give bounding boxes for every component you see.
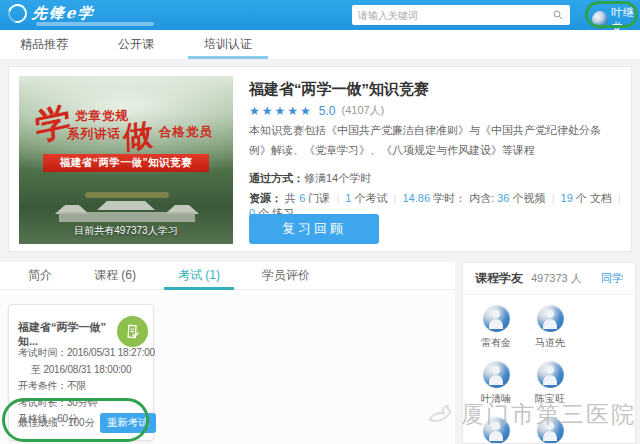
classmate-item[interactable]: 戴旭泉 <box>469 417 523 444</box>
classmate-name: 雷有金 <box>481 336 511 350</box>
classmate-name: 叶清喃 <box>481 392 511 406</box>
top-nav: 精品推荐 公开课 培训认证 <box>0 30 640 60</box>
detail-tabs: 简介 课程 (6) 考试 (1) 学员评价 <box>0 262 455 290</box>
exam-condition: 开考条件：不限 <box>18 378 155 395</box>
logo-tagline <box>36 22 154 26</box>
user-name: 叶继龙 <box>612 5 640 35</box>
res-doc-count: 19 <box>561 192 573 204</box>
banner-xue-calligraphy: 学 <box>34 96 73 153</box>
logo-text: 先锋e学 <box>31 4 96 23</box>
nav-tab-training-cert[interactable]: 培训认证 <box>196 30 260 59</box>
classmates-sidebar: 课程学友 497373 人 同学 雷有金 马道先 叶清喃 陈宝旺 戴旭泉 罗秀秀 <box>462 262 636 444</box>
classmates-header: 课程学友 497373 人 同学 <box>463 263 635 295</box>
course-summary-card: 学 党章党规 系列讲话 做 合格党员 福建省“两学一做”知识竞赛 目前共有497… <box>8 66 632 252</box>
classmates-title: 课程学友 <box>475 270 523 287</box>
person-avatar-icon <box>537 361 564 388</box>
res-text: 个考试 <box>354 192 387 204</box>
classmates-grid: 雷有金 马道先 叶清喃 陈宝旺 戴旭泉 罗秀秀 <box>463 295 635 444</box>
nav-tab-featured[interactable]: 精品推荐 <box>12 30 76 59</box>
pass-label: 通过方式： <box>249 172 304 184</box>
person-avatar-icon <box>483 305 510 332</box>
search-box[interactable] <box>352 5 570 25</box>
separator: | <box>618 192 621 204</box>
res-text: 个 文档 <box>576 192 612 204</box>
res-text: 内含: <box>469 192 494 204</box>
person-avatar-icon <box>537 417 564 444</box>
tab-courses[interactable]: 课程 (6) <box>94 262 136 289</box>
res-text: 学时： <box>433 192 466 204</box>
star-icons: ★★★★★ <box>249 104 313 118</box>
retake-exam-button[interactable]: 重新考试 <box>100 413 156 433</box>
classmate-name: 马道先 <box>535 336 565 350</box>
banner-building <box>59 212 195 222</box>
banner-zuo-calligraphy: 做 <box>122 114 153 159</box>
classmates-count: 497373 人 <box>531 271 582 286</box>
person-avatar-icon <box>537 305 564 332</box>
classmate-item[interactable]: 罗秀秀 <box>523 417 577 444</box>
exam-time-line1: 考试时间：2016/05/31 18:27:00 <box>18 345 155 362</box>
tab-intro[interactable]: 简介 <box>28 262 52 289</box>
pass-requirement-row: 通过方式：修满14个学时 <box>249 171 371 186</box>
user-menu[interactable]: 叶继龙 <box>592 5 640 35</box>
res-exam-count: 1 <box>345 192 351 204</box>
nav-tab-open-courses[interactable]: 公开课 <box>110 30 162 59</box>
banner-ribbon: 福建省“两学一做”知识竞赛 <box>43 154 209 172</box>
course-description: 本知识竞赛包括《中国共产党廉洁自律准则》与《中国共产党纪律处分条例》解读、《党章… <box>249 121 621 161</box>
banner-slogan-1: 党章党规 <box>75 108 129 125</box>
separator: | <box>336 192 339 204</box>
classmate-item[interactable]: 马道先 <box>523 305 577 361</box>
tab-exam[interactable]: 考试 (1) <box>178 262 220 289</box>
res-text: 门课 <box>308 192 330 204</box>
res-video-count: 36 <box>497 192 509 204</box>
classmate-name: 陈宝旺 <box>535 392 565 406</box>
separator: | <box>552 192 555 204</box>
exam-duration: 考试时长：30分钟 <box>18 395 155 412</box>
res-course-count: 6 <box>299 192 305 204</box>
person-avatar-icon <box>483 417 510 444</box>
resources-label: 资源： <box>249 192 282 204</box>
banner-gold-text <box>85 192 169 198</box>
tab-reviews[interactable]: 学员评价 <box>262 262 310 289</box>
course-banner-image: 学 党章党规 系列讲话 做 合格党员 福建省“两学一做”知识竞赛 目前共有497… <box>19 76 233 244</box>
separator: | <box>394 192 397 204</box>
pass-value: 修满14个学时 <box>304 172 371 184</box>
classmates-link[interactable]: 同学 <box>601 271 623 286</box>
rating-count: (4107人) <box>341 103 384 118</box>
banner-building <box>97 201 155 210</box>
res-hours: 14.86 <box>402 192 430 204</box>
banner-student-count: 目前共有497373人学习 <box>19 224 233 238</box>
res-text: 个视频 <box>513 192 546 204</box>
person-avatar-icon <box>483 361 510 388</box>
classmate-item[interactable]: 雷有金 <box>469 305 523 361</box>
rating-score: 5.0 <box>319 104 336 118</box>
exam-best-score-row: 最佳成绩：100分 重新考试 <box>18 413 156 433</box>
exam-doc-icon <box>117 316 148 347</box>
search-input[interactable] <box>358 10 552 21</box>
review-button[interactable]: 复习回顾 <box>249 214 379 244</box>
res-text: 共 <box>285 192 296 204</box>
user-avatar-icon <box>592 11 608 29</box>
course-title: 福建省“两学一做”知识竞赛 <box>249 80 429 99</box>
site-logo[interactable]: 先锋e学 <box>8 4 95 23</box>
search-icon[interactable] <box>552 9 564 21</box>
exam-time-line2: 至 2016/08/31 18:00:00 <box>18 362 155 379</box>
top-header: 先锋e学 叶继龙 <box>0 0 640 30</box>
banner-slogan-3: 合格党员 <box>159 124 213 141</box>
course-detail-panel: 简介 课程 (6) 考试 (1) 学员评价 福建省“两学一做”知... 考试时间… <box>0 262 455 444</box>
logo-icon <box>5 1 31 27</box>
banner-slogan-2: 系列讲话 <box>67 126 121 143</box>
exam-card[interactable]: 福建省“两学一做”知... 考试时间：2016/05/31 18:27:00 至… <box>8 304 154 441</box>
classmate-item[interactable]: 叶清喃 <box>469 361 523 417</box>
classmate-item[interactable]: 陈宝旺 <box>523 361 577 417</box>
rating-row: ★★★★★ 5.0 (4107人) <box>249 103 384 118</box>
exam-best-score: 最佳成绩：100分 <box>18 416 95 430</box>
